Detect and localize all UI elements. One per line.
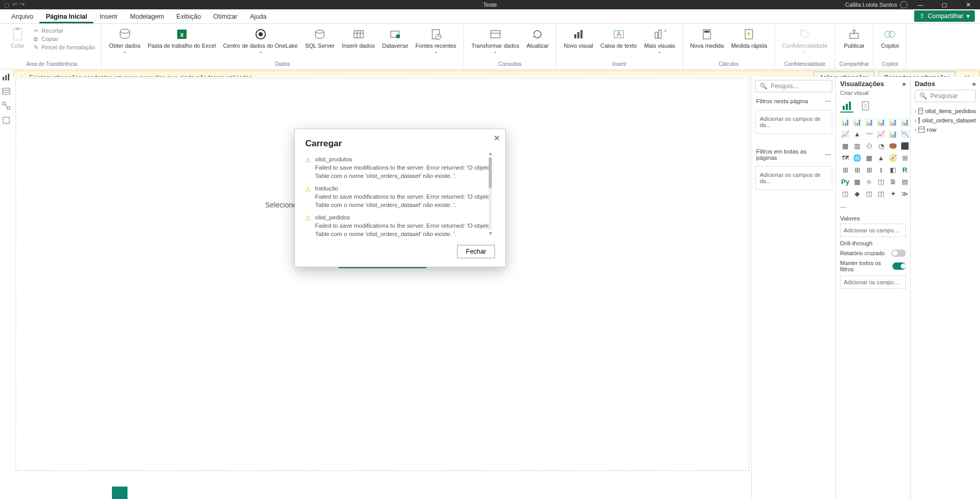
dialog-close-primary-button[interactable]: Fechar (457, 245, 495, 258)
viz-type-16[interactable]: 🍩 (888, 141, 898, 151)
sql-button[interactable]: SQL Server (302, 26, 338, 50)
get-data-button[interactable]: Obter dados⌄ (106, 26, 144, 55)
viz-type-10[interactable]: 📊 (888, 129, 898, 139)
viz-type-9[interactable]: 📈 (876, 129, 886, 139)
tab-file[interactable]: Arquivo (5, 10, 39, 23)
viz-type-25[interactable]: ⊞ (852, 164, 862, 175)
new-measure-button[interactable]: Nova medida (687, 26, 727, 50)
viz-type-0[interactable]: 📊 (840, 117, 850, 127)
table-olist_orders_dataset[interactable]: ›olist_orders_dataset (915, 116, 976, 125)
more-icon[interactable]: ⋯ (825, 151, 831, 158)
viz-type-22[interactable]: 🧭 (888, 153, 898, 163)
viz-type-29[interactable]: R (900, 164, 910, 175)
cross-report-toggle[interactable] (891, 249, 906, 257)
cut-button[interactable]: ✂Recortar (32, 27, 95, 34)
viz-type-39[interactable]: ◫ (876, 188, 886, 199)
recent-sources-button[interactable]: Fontes recentes⌄ (413, 26, 460, 55)
tab-optimize[interactable]: Otimizar (207, 10, 244, 23)
viz-type-27[interactable]: ⫿ (876, 164, 886, 175)
undo-icon[interactable]: ↶ (12, 2, 17, 8)
viz-type-37[interactable]: ◆ (852, 188, 862, 199)
refresh-button[interactable]: Atualizar (523, 26, 552, 50)
viz-type-36[interactable]: ◫ (840, 188, 850, 199)
copy-button[interactable]: ⧉Copiar (32, 35, 95, 43)
viz-type-20[interactable]: ▦ (864, 153, 874, 163)
viz-type-2[interactable]: 📊 (864, 117, 874, 127)
minimize-button[interactable]: — (908, 0, 932, 9)
viz-type-17[interactable]: ⬛ (900, 141, 910, 151)
viz-type-38[interactable]: ◫ (864, 188, 874, 199)
viz-type-8[interactable]: 〰 (864, 129, 874, 139)
data-search[interactable]: 🔍 Pesquisar (915, 90, 976, 102)
tab-modeling[interactable]: Modelagem (124, 10, 170, 23)
filters-search[interactable]: 🔍 Pesquis... (755, 80, 832, 92)
more-visuals-button[interactable]: +Mais visuais⌄ (641, 26, 678, 55)
viz-type-14[interactable]: ⏲ (864, 141, 874, 151)
viz-type-31[interactable]: ▦ (852, 176, 862, 187)
dialog-scrollbar[interactable]: ▲ ▼ (489, 157, 492, 230)
viz-type-13[interactable]: ▥ (852, 141, 862, 151)
table-row[interactable]: ›row (915, 125, 976, 134)
publish-button[interactable]: Publicar (841, 26, 868, 50)
viz-type-32[interactable]: ⎋ (864, 176, 874, 187)
more-viz-icon[interactable]: ⋯ (840, 204, 906, 211)
onelake-button[interactable]: Centro de dados do OneLake⌄ (220, 26, 301, 55)
format-painter-button[interactable]: ✎Pincel de formatação (32, 44, 95, 51)
expand-icon[interactable]: » (902, 80, 906, 88)
viz-type-34[interactable]: 🗎 (888, 176, 898, 187)
viz-type-26[interactable]: ⊞ (864, 164, 874, 175)
more-icon[interactable]: ⋯ (825, 98, 831, 105)
enter-data-button[interactable]: Inserir dados (339, 26, 378, 50)
tab-view[interactable]: Exibição (170, 10, 207, 23)
model-view-button[interactable] (2, 102, 11, 111)
new-visual-button[interactable]: Novo visual (561, 26, 596, 50)
copilot-button[interactable]: Copilot (878, 26, 902, 50)
viz-type-5[interactable]: 📊 (900, 117, 910, 127)
page-tab-active[interactable] (112, 487, 127, 499)
viz-type-23[interactable]: ⊞ (900, 153, 910, 163)
scroll-down-icon[interactable]: ▼ (488, 231, 493, 236)
keep-filters-toggle[interactable] (892, 262, 906, 270)
viz-type-24[interactable]: ⊞ (840, 164, 850, 175)
filters-all-drop[interactable]: Adicionar os campos de da... (755, 166, 832, 190)
dataverse-button[interactable]: Dataverse (379, 26, 411, 50)
tab-home[interactable]: Página Inicial (39, 10, 93, 23)
save-icon[interactable]: ▢ (4, 2, 9, 8)
drill-drop[interactable]: Adicionar os campos de dr... (840, 275, 906, 289)
viz-type-7[interactable]: ▲ (852, 129, 862, 139)
dax-view-button[interactable] (2, 116, 11, 126)
tab-help[interactable]: Ajuda (244, 10, 273, 23)
filters-page-drop[interactable]: Adicionar os campos de da... (755, 110, 832, 134)
table-olist_itens_pedidos[interactable]: ›olist_itens_pedidos (915, 106, 976, 116)
viz-type-21[interactable]: ▲ (876, 153, 886, 163)
viz-type-18[interactable]: 🗺 (840, 153, 850, 163)
viz-type-6[interactable]: 📈 (840, 129, 850, 139)
viz-type-19[interactable]: 🌐 (852, 153, 862, 163)
close-button[interactable]: ✕ (956, 0, 980, 9)
viz-type-12[interactable]: ▦ (840, 141, 850, 151)
tab-insert[interactable]: Inserir (93, 10, 124, 23)
viz-type-15[interactable]: ◔ (876, 141, 886, 151)
text-box-button[interactable]: ACaixa de texto (598, 26, 640, 50)
quick-measure-button[interactable]: Medida rápida (728, 26, 771, 50)
paste-button[interactable]: Colar (6, 26, 29, 50)
sensitivity-button[interactable]: Confidencialidade⌄ (779, 26, 830, 55)
excel-button[interactable]: xPasta de trabalho do Excel (145, 26, 219, 50)
values-drop[interactable]: Adicionar os campos de da... (840, 224, 906, 237)
viz-type-11[interactable]: 📉 (900, 129, 910, 139)
redo-icon[interactable]: ↷ (20, 2, 25, 8)
transform-button[interactable]: Transformar dados⌄ (468, 26, 522, 55)
viz-type-4[interactable]: 📊 (888, 117, 898, 127)
user-account[interactable]: Callita Loiola Santos (845, 1, 907, 8)
report-view-button[interactable] (2, 73, 11, 82)
viz-type-1[interactable]: 📊 (852, 117, 862, 127)
viz-type-40[interactable]: ✦ (888, 188, 898, 199)
scroll-thumb[interactable] (489, 157, 492, 188)
format-visual-tab[interactable] (859, 99, 872, 113)
viz-type-33[interactable]: ◫ (876, 176, 886, 187)
maximize-button[interactable]: ▢ (932, 0, 956, 9)
viz-type-28[interactable]: ◧ (888, 164, 898, 175)
viz-type-35[interactable]: ▤ (900, 176, 910, 187)
expand-icon[interactable]: » (972, 80, 976, 88)
viz-type-3[interactable]: 📊 (876, 117, 886, 127)
